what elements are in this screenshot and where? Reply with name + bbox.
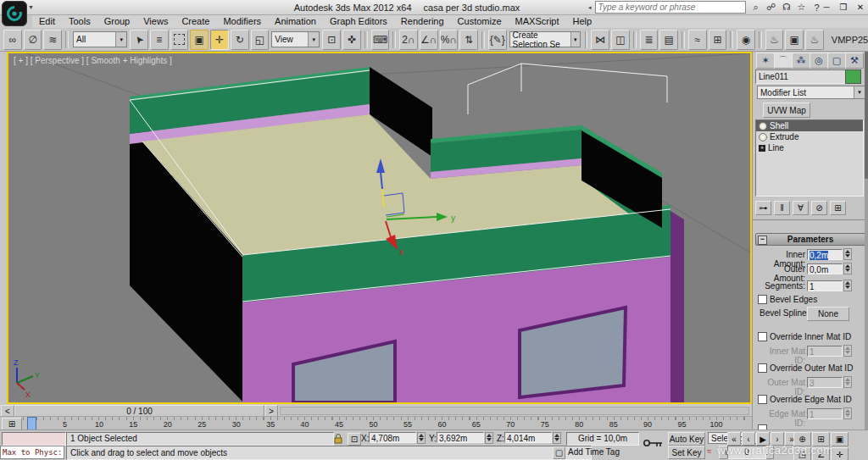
- segments-field[interactable]: 1: [807, 280, 843, 291]
- macro-recorder-pane[interactable]: [2, 432, 66, 446]
- menu-create[interactable]: Create: [175, 16, 216, 26]
- override-checkbox[interactable]: [758, 332, 767, 341]
- outer-amount-field[interactable]: 0,0m: [807, 263, 843, 274]
- tab-display[interactable]: ▢: [827, 53, 846, 69]
- remove-modifier-button[interactable]: ⊘: [811, 201, 827, 215]
- segments-spinner[interactable]: [843, 280, 852, 291]
- configure-modifier-sets-button[interactable]: ⊞: [830, 201, 846, 215]
- 3dsmax-logo[interactable]: [2, 1, 27, 26]
- select-and-move-button[interactable]: ✛: [210, 30, 229, 50]
- bulb-icon[interactable]: [759, 122, 767, 130]
- next-frame-arrow[interactable]: >: [264, 405, 278, 417]
- add-time-tag[interactable]: Add Time Tag: [568, 447, 620, 457]
- modifier-stack-item-extrude[interactable]: Extrude: [756, 131, 863, 142]
- search-input[interactable]: [595, 1, 746, 14]
- key-filter-curve-icon[interactable]: ≈: [707, 446, 712, 456]
- favorites-icon[interactable]: ☆: [795, 2, 809, 14]
- panel-scrollbar[interactable]: [865, 52, 868, 430]
- percent-snap-toggle-button[interactable]: %∩: [440, 30, 459, 50]
- menu-views[interactable]: Views: [136, 16, 175, 26]
- tab-utilities[interactable]: ⚒: [845, 53, 864, 69]
- z-coordinate-field[interactable]: 4,014m: [504, 432, 552, 443]
- show-end-result-button[interactable]: ‖: [774, 201, 790, 215]
- menu-customize[interactable]: Customize: [451, 16, 509, 26]
- pin-stack-button[interactable]: ⊶: [755, 201, 771, 215]
- spinner-snap-toggle-button[interactable]: ⇅: [459, 30, 478, 50]
- modifier-stack-item-line[interactable]: +Line: [756, 142, 863, 153]
- render-production-button[interactable]: ♨: [805, 30, 824, 50]
- align-button[interactable]: ◫: [611, 30, 630, 50]
- time-slider-handle[interactable]: 0 / 100: [14, 405, 264, 417]
- object-color-swatch[interactable]: [845, 69, 861, 84]
- outer-amount-spinner[interactable]: [843, 263, 852, 274]
- modifier-list-dropdown[interactable]: Modifier List ▾: [757, 86, 865, 99]
- mini-curve-editor-button[interactable]: ⊞: [2, 418, 22, 430]
- bulb-icon[interactable]: [759, 133, 767, 141]
- collapse-icon[interactable]: −: [758, 236, 767, 245]
- select-and-manipulate-button[interactable]: ✜: [342, 30, 361, 50]
- bevel-spline-button[interactable]: None: [807, 307, 849, 321]
- select-object-button[interactable]: ➤: [130, 30, 148, 50]
- rect-selection-region-button[interactable]: [170, 30, 189, 50]
- inner-amount-spinner[interactable]: [843, 248, 852, 260]
- menu-rendering[interactable]: Rendering: [394, 16, 451, 26]
- set-key-mode-toggle[interactable]: [642, 437, 664, 451]
- render-setup-button[interactable]: ♨: [765, 30, 784, 50]
- edit-named-selection-sets-button[interactable]: {✎}: [488, 30, 507, 50]
- dropdown-arrow-icon[interactable]: ▾: [115, 32, 126, 47]
- x-spinner[interactable]: [417, 432, 426, 444]
- x-coordinate-field[interactable]: 4,708m: [369, 432, 416, 443]
- search-icon[interactable]: ⌕: [749, 2, 763, 14]
- rendered-frame-window-button[interactable]: ▣: [785, 30, 804, 50]
- communication-center-icon[interactable]: ☊: [780, 2, 793, 14]
- tab-motion[interactable]: ◎: [810, 53, 828, 69]
- select-and-link-button[interactable]: ∞: [3, 30, 22, 50]
- time-slider-track[interactable]: [280, 407, 749, 415]
- material-editor-button[interactable]: ◉: [737, 30, 755, 50]
- infocenter-expand-icon[interactable]: ◂: [588, 4, 592, 11]
- menu-modifiers[interactable]: Modifiers: [216, 16, 268, 26]
- tab-hierarchy[interactable]: ⁂: [792, 53, 810, 69]
- set-key-button[interactable]: Set Key: [668, 446, 705, 459]
- menu-graph-editors[interactable]: Graph Editors: [323, 16, 394, 26]
- selection-filter-combo[interactable]: All▾: [73, 31, 127, 47]
- snap-toggle-3d-button[interactable]: 2∩: [399, 30, 418, 50]
- bind-to-space-warp-button[interactable]: ≋: [43, 30, 62, 50]
- track-bar-ruler[interactable]: 0510152025303540455055606570758085909510…: [23, 417, 750, 430]
- restore-button[interactable]: ❒: [837, 3, 849, 12]
- application-menu-arrow-icon[interactable]: ▼: [28, 4, 34, 10]
- tab-modify[interactable]: ⌒: [774, 53, 793, 69]
- graphite-modeling-tools-button[interactable]: ▤: [659, 30, 678, 50]
- tab-create[interactable]: ✶: [756, 53, 775, 69]
- ref-coord-combo[interactable]: View▾: [271, 31, 320, 47]
- parameters-rollout-header[interactable]: − Parameters: [755, 233, 865, 246]
- curve-editor-button[interactable]: ≈: [688, 30, 707, 50]
- menu-animation[interactable]: Animation: [268, 16, 323, 26]
- dropdown-arrow-icon[interactable]: ▾: [308, 32, 319, 47]
- previous-frame-arrow[interactable]: <: [1, 405, 14, 417]
- dropdown-arrow-icon[interactable]: ▾: [854, 86, 865, 98]
- expand-icon[interactable]: +: [759, 145, 765, 152]
- menu-maxscript[interactable]: MAXScript: [509, 16, 566, 26]
- use-pivot-center-button[interactable]: ⊡: [322, 30, 341, 50]
- z-spinner[interactable]: [553, 432, 561, 444]
- house-model[interactable]: [130, 67, 684, 402]
- window-crossing-toggle-button[interactable]: ▣: [190, 30, 209, 50]
- override-checkbox[interactable]: [758, 363, 767, 373]
- y-spinner[interactable]: [485, 432, 493, 444]
- dropdown-arrow-icon[interactable]: ▾: [570, 32, 579, 47]
- object-name-field[interactable]: Line011: [755, 69, 846, 84]
- selection-lock-toggle[interactable]: [333, 433, 343, 446]
- unlink-selection-button[interactable]: ∅: [24, 30, 42, 50]
- menu-edit[interactable]: Edit: [32, 16, 62, 26]
- close-button[interactable]: ✕: [854, 3, 866, 12]
- bevel-edges-checkbox[interactable]: [758, 295, 767, 304]
- y-coordinate-field[interactable]: 3,692m: [437, 432, 484, 443]
- product-keys-icon[interactable]: ☍: [765, 2, 778, 14]
- make-unique-button[interactable]: ∀: [793, 201, 809, 215]
- perspective-viewport[interactable]: [ + ] [ Perspective ] [ Smooth + Highlig…: [7, 52, 752, 404]
- keyboard-override-toggle-button[interactable]: ⌨: [371, 30, 390, 50]
- viewport-label[interactable]: [ + ] [ Perspective ] [ Smooth + Highlig…: [14, 56, 172, 65]
- select-and-scale-button[interactable]: ◱: [251, 30, 270, 50]
- mirror-button[interactable]: ⋈: [591, 30, 609, 50]
